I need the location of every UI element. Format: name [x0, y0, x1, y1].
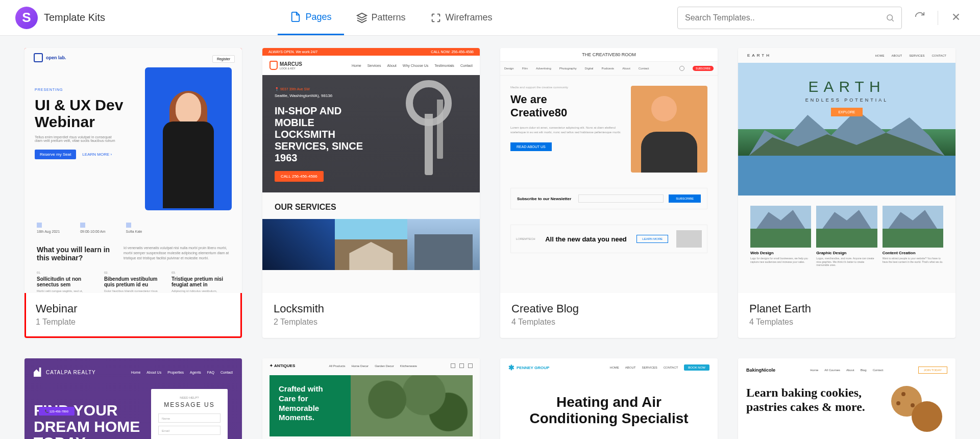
search-icon — [886, 13, 895, 22]
template-card-baking[interactable]: BakingNicoleHomeAll CoursesAboutBlogCont… — [738, 358, 955, 439]
template-card-planet-earth[interactable]: EARTHHOMEABOUTSERVICESCONTACT EARTH ENDL… — [738, 48, 955, 338]
svg-line-2 — [892, 19, 893, 21]
search-input[interactable] — [677, 7, 902, 29]
tab-pages[interactable]: Pages — [278, 0, 344, 35]
refresh-icon — [914, 11, 925, 22]
logo-icon: S — [15, 7, 38, 29]
header-actions — [677, 7, 965, 29]
brand: S Template Kits — [15, 7, 105, 29]
separator — [938, 11, 938, 25]
template-card-creative-blog[interactable]: THE CREATIVE80 ROOM DesignFilmAdvertisin… — [500, 48, 718, 338]
tab-label: Patterns — [372, 12, 406, 23]
content: open lab. Register PRESENTING UI & UX De… — [0, 36, 980, 439]
template-title: Locksmith — [274, 302, 469, 315]
template-card-catalpa-realty[interactable]: CATALPA REALTYHomeAbout UsPropertiesAgen… — [24, 358, 242, 439]
svg-marker-0 — [357, 13, 366, 17]
layers-icon — [356, 12, 368, 23]
tab-wireframes[interactable]: Wireframes — [418, 0, 505, 35]
search-box — [677, 7, 902, 29]
header: S Template Kits Pages Patterns Wireframe… — [0, 0, 980, 36]
thumbnail: EARTHHOMEABOUTSERVICESCONTACT EARTH ENDL… — [738, 48, 955, 293]
template-subtitle: 4 Templates — [749, 318, 944, 327]
templates-grid: open lab. Register PRESENTING UI & UX De… — [24, 48, 955, 439]
template-title: Planet Earth — [749, 302, 944, 315]
template-subtitle: 1 Template — [36, 318, 231, 327]
template-card-hvac[interactable]: PENNEY GROUPHOMEABOUTSERVICESCONTACTBOOK… — [500, 358, 718, 439]
refresh-button[interactable] — [911, 8, 928, 28]
thumbnail: ALWAYS OPEN. We work 24/7CALL NOW: 256-4… — [262, 48, 480, 293]
thumbnail: BakingNicoleHomeAll CoursesAboutBlogCont… — [738, 358, 955, 439]
template-card-webinar[interactable]: open lab. Register PRESENTING UI & UX De… — [24, 48, 242, 338]
template-subtitle: 2 Templates — [274, 318, 469, 327]
thumbnail: ✦ ANTIQUESAll ProductsHome DecorGarden D… — [262, 358, 480, 439]
page-icon — [290, 11, 301, 22]
thumbnail: open lab. Register PRESENTING UI & UX De… — [24, 48, 242, 293]
template-card-antiques[interactable]: ✦ ANTIQUESAll ProductsHome DecorGarden D… — [262, 358, 480, 439]
tab-patterns[interactable]: Patterns — [344, 0, 418, 35]
close-icon — [950, 11, 962, 22]
thumbnail: CATALPA REALTYHomeAbout UsPropertiesAgen… — [24, 358, 242, 439]
wireframe-icon — [430, 12, 442, 23]
thumbnail: THE CREATIVE80 ROOM DesignFilmAdvertisin… — [500, 48, 718, 293]
tab-label: Pages — [305, 12, 331, 22]
svg-point-1 — [887, 15, 893, 20]
tab-label: Wireframes — [446, 12, 493, 23]
thumbnail: PENNEY GROUPHOMEABOUTSERVICESCONTACTBOOK… — [500, 358, 718, 439]
app-title: Template Kits — [44, 12, 105, 23]
close-button[interactable] — [947, 8, 965, 28]
template-title: Creative Blog — [511, 302, 706, 315]
tabs: Pages Patterns Wireframes — [278, 0, 504, 35]
template-title: Webinar — [36, 302, 231, 315]
template-card-locksmith[interactable]: ALWAYS OPEN. We work 24/7CALL NOW: 256-4… — [262, 48, 480, 338]
template-subtitle: 4 Templates — [511, 318, 706, 327]
